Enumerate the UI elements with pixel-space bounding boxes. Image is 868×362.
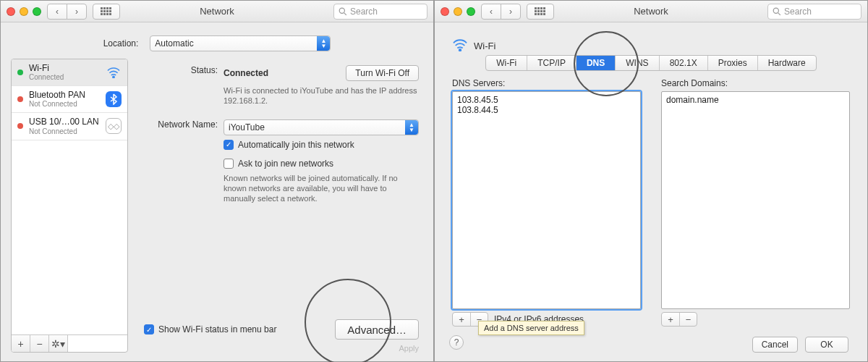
service-item-usb-lan[interactable]: USB 10/…00 LAN Not Connected ◇◇ [12,113,127,140]
back-button[interactable]: ‹ [481,4,501,20]
advanced-button[interactable]: Advanced… [335,319,419,340]
dns-servers-label: DNS Servers: [452,78,641,88]
add-service-button[interactable]: + [12,335,30,352]
network-name-value: iYouTube [229,122,265,132]
auto-join-label: Automatically join this network [238,140,354,150]
svg-line-28 [778,12,780,14]
turn-wifi-off-button[interactable]: Turn Wi-Fi Off [346,65,419,81]
close-icon[interactable] [7,7,15,16]
svg-rect-21 [540,10,542,12]
show-status-label: Show Wi-Fi status in menu bar [158,324,276,334]
ask-join-help: Known networks will be joined automatica… [224,173,412,204]
search-domains-label: Search Domains: [661,78,850,88]
ask-join-checkbox[interactable]: Ask to join new networks [224,159,419,169]
service-actions-button[interactable]: ✲▾ [49,335,68,352]
show-status-checkbox[interactable]: ✓ Show Wi-Fi status in menu bar [144,324,276,334]
location-value: Automatic [155,38,193,49]
svg-rect-17 [540,7,542,9]
svg-rect-8 [101,13,103,15]
forward-button[interactable]: › [501,4,521,20]
svg-rect-10 [106,13,109,15]
ok-button[interactable]: OK [805,337,848,353]
ask-join-label: Ask to join new networks [238,159,333,169]
all-prefs-button[interactable] [93,4,120,20]
tab-hardware[interactable]: Hardware [758,56,816,70]
svg-rect-0 [101,7,103,9]
search-domains-list[interactable]: domain.name [661,91,850,309]
popup-arrows-icon: ▲▼ [405,120,418,135]
network-prefs-window: ‹ › Network Search Location: Automatic ▲… [0,0,434,362]
dns-servers-list[interactable]: 103.8.45.5 103.8.44.5 [452,91,641,309]
svg-rect-2 [106,7,109,9]
minimize-icon[interactable] [454,7,462,16]
tab-8021x[interactable]: 802.1X [660,56,708,70]
location-label: Location: [103,38,145,49]
service-name: Bluetooth PAN [29,90,85,100]
svg-rect-7 [109,10,111,12]
dns-server-item[interactable]: 103.8.45.5 [457,95,636,105]
all-prefs-button[interactable] [527,4,554,20]
zoom-icon[interactable] [33,7,41,16]
auto-join-checkbox[interactable]: ✓ Automatically join this network [224,140,419,150]
help-button[interactable]: ? [449,335,464,350]
ethernet-icon: ◇◇ [106,118,122,134]
service-status: Connected [29,73,64,81]
search-input[interactable]: Search [333,4,427,20]
svg-rect-6 [106,10,109,12]
service-status: Not Connected [29,100,85,108]
svg-point-29 [459,49,461,51]
svg-rect-3 [109,7,111,9]
location-popup[interactable]: Automatic ▲▼ [150,35,331,51]
wifi-icon [452,38,468,54]
back-button[interactable]: ‹ [47,4,67,20]
service-list-toolbar: + − ✲▾ [12,334,127,352]
titlebar: ‹ › Network Search [1,1,433,22]
status-label: Status: [144,65,224,75]
service-item-wifi[interactable]: Wi-Fi Connected [12,59,127,86]
forward-button[interactable]: › [67,4,87,20]
apply-button[interactable]: Apply [399,344,419,353]
search-input[interactable]: Search [767,4,861,20]
network-advanced-window: ‹ › Network Search Wi-Fi Wi-Fi TCP/IP [434,0,868,362]
svg-rect-25 [540,13,542,15]
svg-line-13 [344,12,346,14]
dns-server-item[interactable]: 103.8.44.5 [457,105,636,115]
tab-wifi[interactable]: Wi-Fi [486,56,527,70]
search-placeholder: Search [350,7,378,17]
tab-dns[interactable]: DNS [576,56,616,70]
svg-point-14 [113,76,114,77]
service-item-bluetooth[interactable]: Bluetooth PAN Not Connected [12,86,127,113]
network-name-popup[interactable]: iYouTube ▲▼ [224,119,419,135]
svg-rect-20 [537,10,540,12]
svg-rect-4 [101,10,103,12]
tab-tcpip[interactable]: TCP/IP [527,56,576,70]
search-domain-item[interactable]: domain.name [666,95,845,105]
service-name: Wi-Fi [29,64,64,73]
svg-rect-23 [535,13,537,15]
svg-rect-22 [543,10,545,12]
network-name-label: Network Name: [144,119,224,130]
add-dns-button[interactable]: + [453,313,470,326]
svg-rect-9 [103,13,106,15]
status-dot-icon [17,96,23,102]
status-dot-icon [17,123,23,129]
add-domain-button[interactable]: + [662,313,679,326]
service-list: Wi-Fi Connected Bluetooth PAN Not Connec… [11,59,128,353]
tab-wins[interactable]: WINS [616,56,659,70]
svg-rect-11 [109,13,111,15]
remove-domain-button[interactable]: − [679,313,697,326]
cancel-button[interactable]: Cancel [752,337,798,353]
remove-service-button[interactable]: − [30,335,49,352]
tab-proxies[interactable]: Proxies [708,56,758,70]
status-dot-icon [17,70,23,75]
minimize-icon[interactable] [20,7,28,16]
zoom-icon[interactable] [467,7,475,16]
service-name: USB 10/…00 LAN [29,117,99,127]
svg-rect-16 [537,7,540,9]
close-icon[interactable] [441,7,449,16]
wifi-icon [106,64,122,80]
svg-rect-19 [535,10,537,12]
service-status: Not Connected [29,127,99,135]
status-help-text: Wi-Fi is connected to iYouTube and has t… [224,85,419,106]
svg-rect-26 [543,13,545,15]
